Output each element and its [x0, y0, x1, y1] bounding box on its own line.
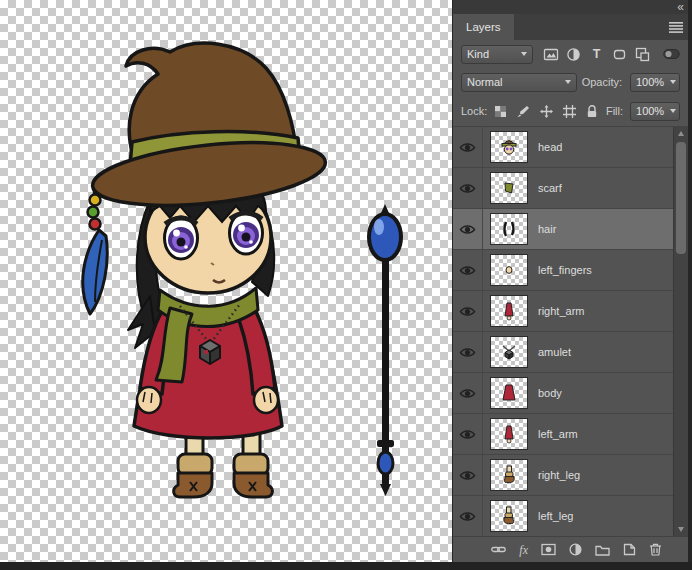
blend-mode-value: Normal: [467, 76, 502, 88]
layer-visibility-toggle[interactable]: [453, 250, 483, 290]
layer-thumbnail[interactable]: [490, 459, 528, 491]
lock-row: Lock: Fill: 100%: [453, 96, 688, 126]
chevron-down-icon: [521, 52, 527, 56]
chevron-down-icon: [670, 80, 676, 84]
adjustment-layer-icon[interactable]: [569, 543, 582, 556]
blend-mode-dropdown[interactable]: Normal: [461, 73, 577, 92]
lock-image-pixels-icon[interactable]: [514, 103, 533, 120]
layer-row-scarf[interactable]: scarf: [453, 168, 674, 209]
layer-row-head[interactable]: head: [453, 127, 674, 168]
scroll-up-arrow[interactable]: [678, 131, 684, 136]
layer-name: left_arm: [538, 428, 578, 440]
filter-toggle-icon[interactable]: [663, 48, 680, 60]
layer-name: body: [538, 387, 562, 399]
fill-dropdown[interactable]: 100%: [630, 102, 680, 121]
layer-row-body[interactable]: body: [453, 373, 674, 414]
layer-row-left-arm[interactable]: left_arm: [453, 414, 674, 455]
layer-visibility-toggle[interactable]: [453, 209, 483, 249]
layer-rows: head scarf hair: [453, 127, 674, 536]
lock-artboard-icon[interactable]: [560, 103, 579, 120]
layer-thumbnail[interactable]: [490, 131, 528, 163]
delete-layer-icon[interactable]: [649, 543, 662, 556]
scrollbar-thumb[interactable]: [676, 142, 686, 254]
lock-position-icon[interactable]: [537, 103, 556, 120]
eye-icon: [459, 305, 476, 318]
opacity-label: Opacity:: [582, 76, 622, 88]
smart-object-filter-icon[interactable]: [632, 45, 653, 64]
new-group-icon[interactable]: [595, 544, 610, 556]
layer-thumbnail[interactable]: [490, 254, 528, 286]
lock-label: Lock:: [461, 105, 487, 117]
layer-name: left_leg: [538, 510, 573, 522]
lock-all-icon[interactable]: [583, 103, 602, 120]
opacity-value: 100%: [636, 76, 664, 88]
layer-visibility-toggle[interactable]: [453, 168, 483, 208]
adjustment-layer-filter-icon[interactable]: [563, 45, 584, 64]
layer-list: head scarf hair: [453, 126, 688, 536]
layer-visibility-toggle[interactable]: [453, 414, 483, 454]
layer-row-left-leg[interactable]: left_leg: [453, 496, 674, 536]
layers-panel: « Layers Kind T: [452, 0, 688, 562]
layer-list-scrollbar[interactable]: [673, 127, 688, 536]
fill-value: 100%: [636, 105, 664, 117]
layer-row-amulet[interactable]: amulet: [453, 332, 674, 373]
eye-icon: [459, 346, 476, 359]
eye-icon: [459, 223, 476, 236]
tab-layers-label: Layers: [466, 21, 501, 33]
layer-thumbnail[interactable]: [490, 172, 528, 204]
layer-thumbnail[interactable]: [490, 418, 528, 450]
window-bottom-edge: [0, 562, 692, 570]
layer-row-right-leg[interactable]: right_leg: [453, 455, 674, 496]
scroll-down-arrow[interactable]: [678, 527, 684, 532]
layer-thumbnail[interactable]: [490, 377, 528, 409]
add-layer-mask-icon[interactable]: [541, 543, 556, 556]
new-layer-icon[interactable]: [623, 543, 636, 556]
layer-visibility-toggle[interactable]: [453, 332, 483, 372]
eye-icon: [459, 428, 476, 441]
kind-filter-dropdown[interactable]: Kind: [461, 45, 533, 64]
pixel-layer-filter-icon[interactable]: [540, 45, 561, 64]
chevron-down-icon: [670, 109, 676, 113]
blend-row: Normal Opacity: 100%: [453, 68, 688, 96]
eye-icon: [459, 182, 476, 195]
layer-row-right-arm[interactable]: right_arm: [453, 291, 674, 332]
layer-thumbnail[interactable]: [490, 500, 528, 532]
tab-layers[interactable]: Layers: [453, 14, 514, 40]
panel-tab-bar: Layers: [453, 14, 688, 40]
eye-icon: [459, 510, 476, 523]
layer-name: hair: [538, 223, 556, 235]
layer-row-left-fingers[interactable]: left_fingers: [453, 250, 674, 291]
staff-artwork: [369, 204, 401, 496]
layer-visibility-toggle[interactable]: [453, 127, 483, 167]
lock-transparent-pixels-icon[interactable]: [491, 103, 510, 120]
layer-thumbnail[interactable]: [490, 295, 528, 327]
layer-visibility-toggle[interactable]: [453, 455, 483, 495]
character-artwork: [0, 0, 452, 562]
document-canvas[interactable]: [0, 0, 452, 562]
layer-name: scarf: [538, 182, 562, 194]
layer-visibility-toggle[interactable]: [453, 291, 483, 331]
chevron-down-icon: [565, 80, 571, 84]
panel-bottom-bar: fx: [453, 536, 688, 562]
eye-icon: [459, 387, 476, 400]
layer-thumbnail[interactable]: [490, 336, 528, 368]
link-layers-icon[interactable]: [491, 543, 506, 556]
shape-layer-filter-icon[interactable]: [609, 45, 630, 64]
opacity-dropdown[interactable]: 100%: [630, 73, 680, 92]
layer-style-icon[interactable]: fx: [519, 544, 528, 556]
layer-visibility-toggle[interactable]: [453, 373, 483, 413]
panel-menu-icon[interactable]: [669, 22, 683, 33]
fill-label: Fill:: [606, 105, 623, 117]
layer-visibility-toggle[interactable]: [453, 496, 483, 536]
filter-row: Kind T: [453, 40, 688, 68]
layer-thumbnail[interactable]: [490, 213, 528, 245]
kind-filter-value: Kind: [467, 48, 489, 60]
eye-icon: [459, 469, 476, 482]
layer-name: amulet: [538, 346, 571, 358]
panel-dock-header: «: [453, 0, 688, 14]
type-layer-filter-icon[interactable]: T: [586, 45, 607, 64]
collapse-panel-button[interactable]: «: [677, 2, 683, 13]
layer-row-hair[interactable]: hair: [453, 209, 674, 250]
eye-icon: [459, 141, 476, 154]
layer-name: head: [538, 141, 562, 153]
